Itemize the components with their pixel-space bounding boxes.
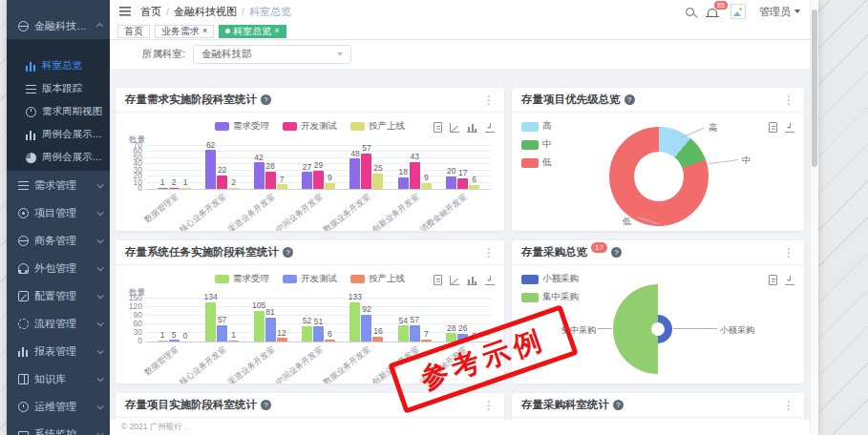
bar[interactable]: 12 (277, 338, 287, 342)
download-icon[interactable] (485, 276, 495, 285)
bar[interactable]: 6 (469, 185, 479, 189)
bar[interactable]: 105 (254, 311, 265, 342)
more-options-icon[interactable]: ⋮ (483, 247, 495, 259)
bar[interactable]: 1 (158, 188, 168, 190)
help-icon[interactable]: ? (261, 94, 271, 105)
legend-item[interactable]: 低 (521, 156, 552, 169)
more-options-icon[interactable]: ⋮ (783, 400, 794, 411)
sidebar-subitem[interactable]: 版本跟踪 (7, 77, 110, 100)
sidebar-item[interactable]: 运维管理 (7, 394, 110, 420)
legend-item[interactable]: 需求受理 (215, 272, 269, 286)
legend-item[interactable]: 需求受理 (215, 119, 269, 134)
bar[interactable]: 7 (277, 184, 287, 189)
sidebar-subitem[interactable]: 周例会展示报表-采购 (7, 146, 110, 169)
report-icon[interactable] (434, 275, 442, 285)
axis-toggle-icon[interactable] (450, 123, 459, 133)
legend-item[interactable]: 开发测试 (283, 119, 337, 134)
bar[interactable]: 9 (325, 183, 335, 189)
sidebar-item[interactable]: 项目管理 (7, 200, 110, 226)
legend-item[interactable]: 投产上线 (350, 272, 405, 286)
tab-home[interactable]: 首页 (117, 25, 150, 38)
bar[interactable]: 57 (217, 325, 227, 342)
hamburger-icon[interactable] (119, 7, 131, 16)
avatar[interactable] (730, 4, 746, 19)
sidebar-item[interactable]: 外包管理 (7, 256, 110, 281)
bar[interactable]: 92 (361, 315, 371, 342)
bar[interactable]: 42 (254, 162, 265, 189)
notifications-button[interactable]: 85 (708, 6, 717, 17)
bar[interactable]: 16 (372, 337, 383, 342)
more-options-icon[interactable]: ⋮ (783, 94, 794, 106)
bar[interactable]: 22 (217, 176, 227, 189)
legend-item[interactable]: 开发测试 (283, 272, 337, 286)
legend-item[interactable]: 高 (521, 120, 552, 133)
sidebar-item[interactable]: 流程管理 (7, 311, 110, 337)
legend-item[interactable]: 小额采购 (521, 273, 579, 285)
bar[interactable]: 17 (457, 178, 468, 189)
bar[interactable]: 2 (169, 188, 180, 190)
bar[interactable]: 52 (302, 326, 312, 342)
download-icon[interactable] (485, 123, 495, 133)
sidebar-subitem[interactable]: 科室总览 (7, 54, 110, 77)
bar[interactable]: 81 (265, 318, 276, 342)
search-icon[interactable] (686, 8, 694, 16)
bar[interactable]: 1 (158, 341, 168, 342)
legend-item[interactable]: 中 (521, 138, 552, 151)
help-icon[interactable]: ? (613, 400, 624, 410)
more-options-icon[interactable]: ⋮ (483, 400, 495, 411)
close-icon[interactable]: × (274, 27, 279, 35)
more-options-icon[interactable]: ⋮ (483, 94, 495, 106)
download-icon[interactable] (785, 123, 794, 133)
scrollbar-thumb[interactable] (812, 10, 817, 167)
user-menu[interactable]: 管理员 (759, 5, 800, 19)
bar[interactable]: 5 (169, 340, 180, 342)
bar[interactable]: 57 (410, 325, 420, 342)
sidebar-item[interactable]: 配置管理 (7, 283, 110, 309)
bar[interactable]: 28 (446, 333, 456, 342)
help-icon[interactable]: ? (611, 247, 622, 258)
sidebar-subitem[interactable]: 需求周期视图 (7, 100, 110, 123)
bar[interactable]: 1 (228, 341, 239, 342)
axis-toggle-icon[interactable] (450, 276, 459, 285)
bar[interactable]: 20 (446, 176, 456, 189)
bar[interactable]: 18 (398, 177, 409, 189)
bar[interactable]: 27 (302, 172, 312, 189)
sidebar-subitem[interactable]: 周例会展示报表-项目 (7, 123, 110, 146)
bar[interactable]: 1 (180, 188, 191, 190)
bar[interactable]: 57 (361, 154, 371, 189)
bar[interactable]: 2 (228, 188, 239, 190)
report-icon[interactable] (434, 122, 442, 133)
bar[interactable]: 26 (457, 334, 468, 342)
bar[interactable]: 43 (410, 162, 420, 189)
bar[interactable]: 25 (372, 174, 383, 189)
sidebar-item[interactable]: 报表管理 (7, 339, 110, 364)
help-icon[interactable]: ? (625, 94, 635, 105)
bar[interactable]: 51 (313, 326, 324, 342)
bar[interactable]: 29 (313, 171, 324, 189)
tab-business-demand[interactable]: 业务需求 × (155, 25, 214, 38)
sidebar-item[interactable]: 系统监控 (7, 422, 110, 435)
bar[interactable]: 133 (349, 302, 360, 342)
bar[interactable]: 48 (349, 158, 360, 189)
legend-item[interactable]: 集中采购 (521, 291, 579, 303)
close-icon[interactable]: × (202, 27, 207, 35)
bar-chart-icon[interactable] (467, 123, 477, 133)
download-icon[interactable] (785, 276, 794, 285)
sidebar-item[interactable]: 知识库 (7, 366, 110, 392)
help-icon[interactable]: ? (283, 247, 293, 258)
breadcrumb-fintech-view[interactable]: 金融科技视图 (174, 5, 237, 19)
bar[interactable]: 134 (205, 302, 216, 342)
help-icon[interactable]: ? (261, 400, 271, 410)
bar[interactable]: 9 (421, 183, 432, 189)
report-icon[interactable] (769, 275, 777, 285)
more-options-icon[interactable]: ⋮ (783, 247, 794, 259)
bar[interactable]: 7 (421, 340, 432, 342)
legend-item[interactable]: 投产上线 (350, 119, 405, 134)
bar[interactable]: 54 (398, 325, 409, 342)
department-select[interactable]: 金融科技部 (193, 45, 351, 64)
bar[interactable]: 62 (205, 150, 216, 189)
sidebar-item[interactable]: 金融科技视图 (7, 13, 110, 39)
sidebar-item[interactable]: 需求管理 (7, 173, 110, 198)
bar[interactable]: 6 (325, 340, 335, 342)
bar-chart-icon[interactable] (467, 276, 477, 285)
